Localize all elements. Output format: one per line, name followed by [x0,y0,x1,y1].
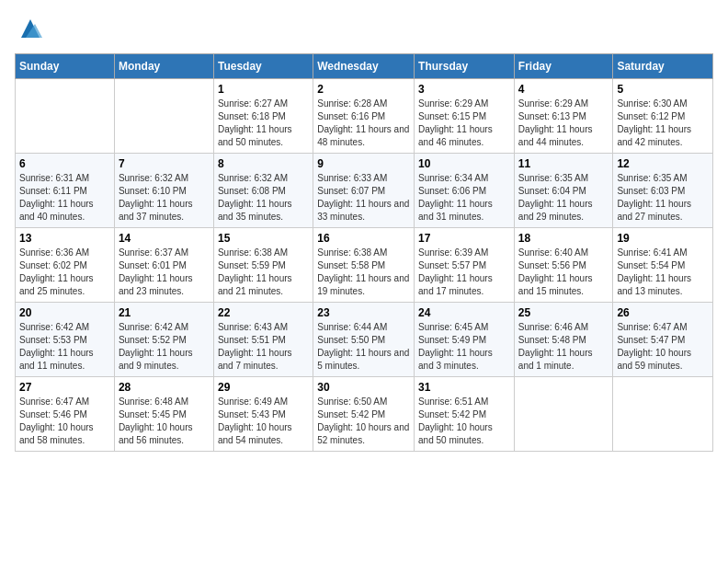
day-info: Sunrise: 6:28 AMSunset: 6:16 PMDaylight:… [317,98,410,149]
calendar-cell: 30Sunrise: 6:50 AMSunset: 5:42 PMDayligh… [313,377,415,452]
calendar-cell: 11Sunrise: 6:35 AMSunset: 6:04 PMDayligh… [514,154,613,228]
day-number: 10 [418,157,510,170]
day-number: 17 [418,232,510,245]
day-info: Sunrise: 6:39 AMSunset: 5:57 PMDaylight:… [418,247,510,298]
calendar-cell: 27Sunrise: 6:47 AMSunset: 5:46 PMDayligh… [16,377,115,452]
calendar-cell: 10Sunrise: 6:34 AMSunset: 6:06 PMDayligh… [415,154,515,228]
day-info: Sunrise: 6:48 AMSunset: 5:45 PMDaylight:… [119,396,210,447]
day-number: 28 [119,381,210,394]
calendar-week-row: 13Sunrise: 6:36 AMSunset: 6:02 PMDayligh… [16,228,713,303]
calendar-cell: 19Sunrise: 6:41 AMSunset: 5:54 PMDayligh… [613,228,713,303]
day-info: Sunrise: 6:50 AMSunset: 5:42 PMDaylight:… [317,396,410,447]
calendar-cell [514,377,613,452]
calendar-cell: 1Sunrise: 6:27 AMSunset: 6:18 PMDaylight… [213,79,313,154]
calendar-cell: 16Sunrise: 6:38 AMSunset: 5:58 PMDayligh… [313,228,415,303]
day-number: 3 [418,83,510,96]
day-number: 13 [19,232,110,245]
day-info: Sunrise: 6:29 AMSunset: 6:13 PMDaylight:… [518,98,609,149]
calendar-cell: 12Sunrise: 6:35 AMSunset: 6:03 PMDayligh… [613,154,713,228]
day-number: 26 [617,306,709,319]
day-number: 21 [119,306,210,319]
day-number: 24 [418,306,510,319]
day-info: Sunrise: 6:38 AMSunset: 5:59 PMDaylight:… [218,247,309,298]
calendar-week-row: 6Sunrise: 6:31 AMSunset: 6:11 PMDaylight… [16,154,713,228]
day-info: Sunrise: 6:33 AMSunset: 6:07 PMDaylight:… [317,172,410,224]
day-number: 27 [19,381,110,394]
day-info: Sunrise: 6:47 AMSunset: 5:47 PMDaylight:… [617,321,709,373]
calendar-cell: 18Sunrise: 6:40 AMSunset: 5:56 PMDayligh… [514,228,613,303]
day-info: Sunrise: 6:51 AMSunset: 5:42 PMDaylight:… [418,396,510,447]
day-number: 2 [317,83,410,96]
calendar-cell: 8Sunrise: 6:32 AMSunset: 6:08 PMDaylight… [213,154,313,228]
day-info: Sunrise: 6:37 AMSunset: 6:01 PMDaylight:… [119,247,210,298]
day-info: Sunrise: 6:36 AMSunset: 6:02 PMDaylight:… [19,247,110,298]
day-info: Sunrise: 6:35 AMSunset: 6:04 PMDaylight:… [518,172,609,224]
day-info: Sunrise: 6:29 AMSunset: 6:15 PMDaylight:… [418,98,510,149]
calendar-week-row: 27Sunrise: 6:47 AMSunset: 5:46 PMDayligh… [16,377,713,452]
day-number: 4 [518,83,609,96]
calendar-cell: 21Sunrise: 6:42 AMSunset: 5:52 PMDayligh… [114,303,213,377]
day-number: 25 [518,306,609,319]
day-info: Sunrise: 6:43 AMSunset: 5:51 PMDaylight:… [218,321,309,373]
calendar-header-row: SundayMondayTuesdayWednesdayThursdayFrid… [16,54,713,79]
weekday-header: Thursday [415,54,515,79]
day-number: 12 [617,157,709,170]
logo [15,15,44,42]
day-number: 9 [317,157,410,170]
day-info: Sunrise: 6:45 AMSunset: 5:49 PMDaylight:… [418,321,510,373]
day-number: 19 [617,232,709,245]
weekday-header: Saturday [613,54,713,79]
calendar-cell: 29Sunrise: 6:49 AMSunset: 5:43 PMDayligh… [213,377,313,452]
day-number: 6 [19,157,110,170]
day-number: 14 [119,232,210,245]
calendar-cell: 3Sunrise: 6:29 AMSunset: 6:15 PMDaylight… [415,79,515,154]
day-number: 18 [518,232,609,245]
day-info: Sunrise: 6:35 AMSunset: 6:03 PMDaylight:… [617,172,709,224]
day-info: Sunrise: 6:44 AMSunset: 5:50 PMDaylight:… [317,321,410,373]
calendar-cell: 31Sunrise: 6:51 AMSunset: 5:42 PMDayligh… [415,377,515,452]
day-info: Sunrise: 6:34 AMSunset: 6:06 PMDaylight:… [418,172,510,224]
logo-icon [17,15,44,42]
day-number: 11 [518,157,609,170]
day-info: Sunrise: 6:38 AMSunset: 5:58 PMDaylight:… [317,247,410,298]
weekday-header: Monday [114,54,213,79]
day-info: Sunrise: 6:46 AMSunset: 5:48 PMDaylight:… [518,321,609,373]
calendar-cell: 7Sunrise: 6:32 AMSunset: 6:10 PMDaylight… [114,154,213,228]
calendar-week-row: 1Sunrise: 6:27 AMSunset: 6:18 PMDaylight… [16,79,713,154]
weekday-header: Sunday [16,54,115,79]
calendar-cell [613,377,713,452]
calendar-cell: 24Sunrise: 6:45 AMSunset: 5:49 PMDayligh… [415,303,515,377]
day-number: 23 [317,306,410,319]
calendar-cell: 20Sunrise: 6:42 AMSunset: 5:53 PMDayligh… [16,303,115,377]
day-number: 8 [218,157,309,170]
calendar-cell: 2Sunrise: 6:28 AMSunset: 6:16 PMDaylight… [313,79,415,154]
day-info: Sunrise: 6:47 AMSunset: 5:46 PMDaylight:… [19,396,110,447]
day-info: Sunrise: 6:32 AMSunset: 6:08 PMDaylight:… [218,172,309,224]
calendar-cell: 22Sunrise: 6:43 AMSunset: 5:51 PMDayligh… [213,303,313,377]
day-info: Sunrise: 6:30 AMSunset: 6:12 PMDaylight:… [617,98,709,149]
calendar-cell: 15Sunrise: 6:38 AMSunset: 5:59 PMDayligh… [213,228,313,303]
day-number: 1 [218,83,309,96]
day-number: 7 [119,157,210,170]
calendar-cell [16,79,115,154]
calendar-cell: 5Sunrise: 6:30 AMSunset: 6:12 PMDaylight… [613,79,713,154]
calendar-cell: 13Sunrise: 6:36 AMSunset: 6:02 PMDayligh… [16,228,115,303]
day-info: Sunrise: 6:42 AMSunset: 5:53 PMDaylight:… [19,321,110,373]
day-info: Sunrise: 6:40 AMSunset: 5:56 PMDaylight:… [518,247,609,298]
day-number: 5 [617,83,709,96]
weekday-header: Wednesday [313,54,415,79]
calendar-week-row: 20Sunrise: 6:42 AMSunset: 5:53 PMDayligh… [16,303,713,377]
calendar-cell: 4Sunrise: 6:29 AMSunset: 6:13 PMDaylight… [514,79,613,154]
day-info: Sunrise: 6:49 AMSunset: 5:43 PMDaylight:… [218,396,309,447]
calendar-cell: 14Sunrise: 6:37 AMSunset: 6:01 PMDayligh… [114,228,213,303]
day-number: 30 [317,381,410,394]
day-number: 22 [218,306,309,319]
calendar: SundayMondayTuesdayWednesdayThursdayFrid… [15,53,713,452]
day-number: 29 [218,381,309,394]
calendar-cell: 26Sunrise: 6:47 AMSunset: 5:47 PMDayligh… [613,303,713,377]
day-info: Sunrise: 6:32 AMSunset: 6:10 PMDaylight:… [119,172,210,224]
day-number: 16 [317,232,410,245]
calendar-cell: 17Sunrise: 6:39 AMSunset: 5:57 PMDayligh… [415,228,515,303]
calendar-cell: 9Sunrise: 6:33 AMSunset: 6:07 PMDaylight… [313,154,415,228]
weekday-header: Friday [514,54,613,79]
